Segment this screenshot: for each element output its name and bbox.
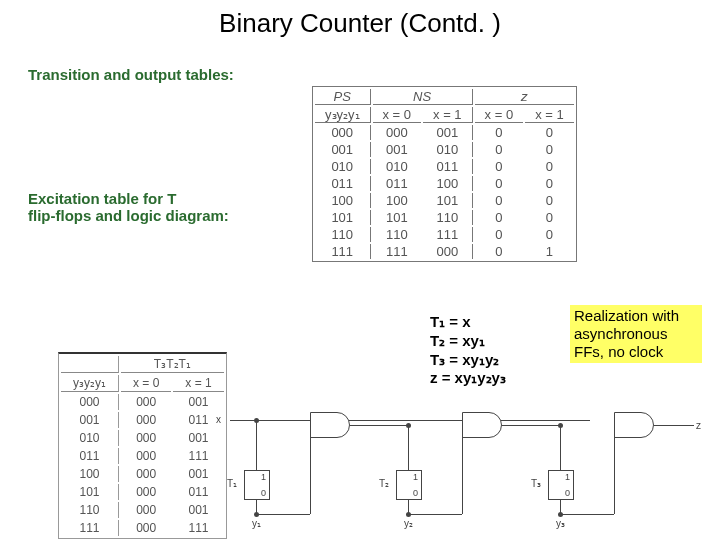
transition-output-table: PS NS z y₃y₂y₁ x = 0 x = 1 x = 0 x = 1 0… [312, 86, 577, 262]
table-row: 00000000100 [315, 125, 574, 140]
equations-block: T₁ = x T₂ = xy₁ T₃ = xy₁y₂ z = xy₁y₂y₃ [430, 313, 506, 388]
equation-t3: T₃ = xy₁y₂ [430, 351, 506, 370]
ff-label-t2: T₂ [379, 478, 389, 489]
table-row: 10010010100 [315, 193, 574, 208]
flipflop-t3: 10 [548, 470, 574, 500]
table-row: 01101110000 [315, 176, 574, 191]
excitation-table: T₃T₂T₁ y₃y₂y₁ x = 0 x = 1 00000000100100… [58, 352, 227, 539]
table-row: 110000001 [61, 502, 224, 518]
table-row: 00100101000 [315, 142, 574, 157]
and-gate-2 [462, 412, 502, 438]
table-row: 100000001 [61, 466, 224, 482]
state-label-y3: y₃ [556, 518, 565, 529]
input-x-label: x [216, 414, 221, 425]
table-row: 11111100001 [315, 244, 574, 259]
table-row: 010000001 [61, 430, 224, 446]
flipflop-t2: 10 [396, 470, 422, 500]
table-row: 111000111 [61, 520, 224, 536]
transition-section-label: Transition and output tables: [28, 66, 288, 83]
equation-t2: T₂ = xy₁ [430, 332, 506, 351]
state-label-y1: y₁ [252, 518, 261, 529]
output-z-label: z [696, 420, 701, 431]
equation-t1: T₁ = x [430, 313, 506, 332]
state-label-y2: y₂ [404, 518, 413, 529]
table-row: 000000001 [61, 394, 224, 410]
table-row: 01001001100 [315, 159, 574, 174]
and-gate-1 [310, 412, 350, 438]
realization-note: Realization with asynchronous FFs, no cl… [570, 305, 702, 363]
logic-diagram: x 10 T₁ y₁ 10 T₂ y₂ 10 T₃ y₃ z [230, 410, 710, 530]
and-gate-3 [614, 412, 654, 438]
table-row: 011000111 [61, 448, 224, 464]
ff-label-t3: T₃ [531, 478, 541, 489]
table-row: 101000011 [61, 484, 224, 500]
table-row: 11011011100 [315, 227, 574, 242]
table-row: 10110111000 [315, 210, 574, 225]
excitation-section-label: Excitation table for T flip-flops and lo… [28, 190, 288, 224]
flipflop-t1: 10 [244, 470, 270, 500]
table-row: 001000011 [61, 412, 224, 428]
equation-z: z = xy₁y₂y₃ [430, 369, 506, 388]
ff-label-t1: T₁ [227, 478, 237, 489]
page-title: Binary Counter (Contd. ) [0, 8, 720, 39]
